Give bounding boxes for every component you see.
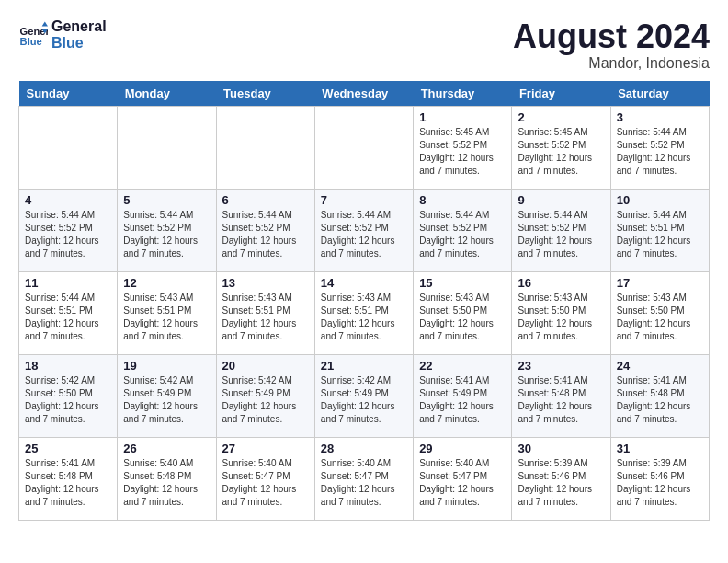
day-info: Sunrise: 5:40 AM Sunset: 5:47 PM Dayligh… [222,457,309,509]
day-number: 24 [617,359,703,373]
calendar-cell: 30Sunrise: 5:39 AM Sunset: 5:46 PM Dayli… [512,437,610,520]
calendar-cell: 29Sunrise: 5:40 AM Sunset: 5:47 PM Dayli… [414,437,512,520]
day-info: Sunrise: 5:44 AM Sunset: 5:52 PM Dayligh… [321,209,407,260]
day-info: Sunrise: 5:42 AM Sunset: 5:49 PM Dayligh… [123,374,210,426]
day-info: Sunrise: 5:41 AM Sunset: 5:48 PM Dayligh… [518,374,604,426]
calendar-cell: 17Sunrise: 5:43 AM Sunset: 5:50 PM Dayli… [610,271,709,354]
week-row-5: 25Sunrise: 5:41 AM Sunset: 5:48 PM Dayli… [19,437,710,520]
calendar-cell: 14Sunrise: 5:43 AM Sunset: 5:51 PM Dayli… [314,271,413,354]
day-number: 9 [518,193,604,207]
weekday-header-sunday: Sunday [19,81,118,107]
calendar-cell: 12Sunrise: 5:43 AM Sunset: 5:51 PM Dayli… [118,271,216,354]
day-info: Sunrise: 5:40 AM Sunset: 5:48 PM Dayligh… [123,457,210,509]
weekday-header-tuesday: Tuesday [216,81,314,107]
day-number: 11 [25,276,111,290]
calendar-cell [216,106,314,189]
logo-icon: General Blue [18,20,48,50]
day-info: Sunrise: 5:42 AM Sunset: 5:49 PM Dayligh… [321,374,407,426]
day-number: 18 [25,359,111,373]
day-number: 10 [617,193,703,207]
calendar-cell: 15Sunrise: 5:43 AM Sunset: 5:50 PM Dayli… [414,271,512,354]
day-info: Sunrise: 5:42 AM Sunset: 5:49 PM Dayligh… [222,374,309,426]
svg-text:Blue: Blue [20,36,42,47]
day-number: 26 [123,442,210,455]
calendar-cell: 6Sunrise: 5:44 AM Sunset: 5:52 PM Daylig… [216,189,314,271]
calendar-cell [19,106,118,189]
weekday-header-thursday: Thursday [414,81,512,107]
day-number: 3 [617,110,703,124]
day-number: 1 [419,110,506,124]
calendar-cell: 5Sunrise: 5:44 AM Sunset: 5:52 PM Daylig… [118,189,216,271]
day-number: 6 [222,193,309,207]
day-number: 25 [25,442,111,455]
day-info: Sunrise: 5:39 AM Sunset: 5:46 PM Dayligh… [617,457,703,509]
day-number: 20 [222,359,309,373]
weekday-header-row: SundayMondayTuesdayWednesdayThursdayFrid… [19,81,710,107]
day-number: 29 [419,442,506,455]
calendar-cell: 9Sunrise: 5:44 AM Sunset: 5:52 PM Daylig… [512,189,610,271]
day-number: 15 [419,276,506,290]
week-row-4: 18Sunrise: 5:42 AM Sunset: 5:50 PM Dayli… [19,354,710,437]
calendar-cell: 23Sunrise: 5:41 AM Sunset: 5:48 PM Dayli… [512,354,610,437]
day-number: 4 [25,193,111,207]
calendar-cell: 18Sunrise: 5:42 AM Sunset: 5:50 PM Dayli… [19,354,118,437]
day-info: Sunrise: 5:44 AM Sunset: 5:52 PM Dayligh… [419,209,506,260]
day-info: Sunrise: 5:42 AM Sunset: 5:50 PM Dayligh… [25,374,111,426]
day-info: Sunrise: 5:44 AM Sunset: 5:51 PM Dayligh… [25,292,111,343]
day-info: Sunrise: 5:43 AM Sunset: 5:51 PM Dayligh… [321,292,407,343]
calendar-cell: 4Sunrise: 5:44 AM Sunset: 5:52 PM Daylig… [19,189,118,271]
day-number: 17 [617,276,703,290]
day-info: Sunrise: 5:43 AM Sunset: 5:50 PM Dayligh… [518,292,604,343]
day-info: Sunrise: 5:45 AM Sunset: 5:52 PM Dayligh… [419,126,506,178]
weekday-header-wednesday: Wednesday [314,81,413,107]
day-info: Sunrise: 5:43 AM Sunset: 5:51 PM Dayligh… [123,292,210,343]
calendar-cell: 3Sunrise: 5:44 AM Sunset: 5:52 PM Daylig… [610,106,709,189]
calendar-table: SundayMondayTuesdayWednesdayThursdayFrid… [18,81,710,521]
day-number: 22 [419,359,506,373]
calendar-cell: 16Sunrise: 5:43 AM Sunset: 5:50 PM Dayli… [512,271,610,354]
calendar-cell: 10Sunrise: 5:44 AM Sunset: 5:51 PM Dayli… [610,189,709,271]
calendar-cell: 1Sunrise: 5:45 AM Sunset: 5:52 PM Daylig… [414,106,512,189]
day-info: Sunrise: 5:43 AM Sunset: 5:51 PM Dayligh… [222,292,309,343]
calendar-cell: 27Sunrise: 5:40 AM Sunset: 5:47 PM Dayli… [216,437,314,520]
day-number: 19 [123,359,210,373]
logo-blue: Blue [51,35,107,52]
location-subtitle: Mandor, Indonesia [513,55,710,72]
calendar-cell: 11Sunrise: 5:44 AM Sunset: 5:51 PM Dayli… [19,271,118,354]
calendar-cell: 7Sunrise: 5:44 AM Sunset: 5:52 PM Daylig… [314,189,413,271]
day-info: Sunrise: 5:39 AM Sunset: 5:46 PM Dayligh… [518,457,604,509]
calendar-cell: 2Sunrise: 5:45 AM Sunset: 5:52 PM Daylig… [512,106,610,189]
calendar-cell: 26Sunrise: 5:40 AM Sunset: 5:48 PM Dayli… [118,437,216,520]
calendar-cell: 22Sunrise: 5:41 AM Sunset: 5:49 PM Dayli… [414,354,512,437]
day-number: 8 [419,193,506,207]
day-number: 28 [321,442,407,455]
logo: General Blue General Blue [18,18,107,52]
day-info: Sunrise: 5:43 AM Sunset: 5:50 PM Dayligh… [419,292,506,343]
day-number: 31 [617,442,703,455]
day-info: Sunrise: 5:44 AM Sunset: 5:52 PM Dayligh… [222,209,309,260]
week-row-3: 11Sunrise: 5:44 AM Sunset: 5:51 PM Dayli… [19,271,710,354]
calendar-cell: 20Sunrise: 5:42 AM Sunset: 5:49 PM Dayli… [216,354,314,437]
day-info: Sunrise: 5:44 AM Sunset: 5:52 PM Dayligh… [123,209,210,260]
day-info: Sunrise: 5:40 AM Sunset: 5:47 PM Dayligh… [419,457,506,509]
day-number: 2 [518,110,604,124]
day-number: 12 [123,276,210,290]
calendar-cell: 19Sunrise: 5:42 AM Sunset: 5:49 PM Dayli… [118,354,216,437]
month-year-title: August 2024 [513,18,710,55]
day-info: Sunrise: 5:41 AM Sunset: 5:49 PM Dayligh… [419,374,506,426]
svg-marker-2 [42,22,48,27]
calendar-cell: 25Sunrise: 5:41 AM Sunset: 5:48 PM Dayli… [19,437,118,520]
day-info: Sunrise: 5:41 AM Sunset: 5:48 PM Dayligh… [25,457,111,509]
calendar-cell: 31Sunrise: 5:39 AM Sunset: 5:46 PM Dayli… [610,437,709,520]
week-row-2: 4Sunrise: 5:44 AM Sunset: 5:52 PM Daylig… [19,189,710,271]
calendar-cell: 28Sunrise: 5:40 AM Sunset: 5:47 PM Dayli… [314,437,413,520]
calendar-cell: 8Sunrise: 5:44 AM Sunset: 5:52 PM Daylig… [414,189,512,271]
calendar-cell: 21Sunrise: 5:42 AM Sunset: 5:49 PM Dayli… [314,354,413,437]
day-number: 30 [518,442,604,455]
calendar-cell [118,106,216,189]
day-info: Sunrise: 5:45 AM Sunset: 5:52 PM Dayligh… [518,126,604,178]
weekday-header-friday: Friday [512,81,610,107]
day-number: 21 [321,359,407,373]
day-info: Sunrise: 5:43 AM Sunset: 5:50 PM Dayligh… [617,292,703,343]
calendar-cell [314,106,413,189]
